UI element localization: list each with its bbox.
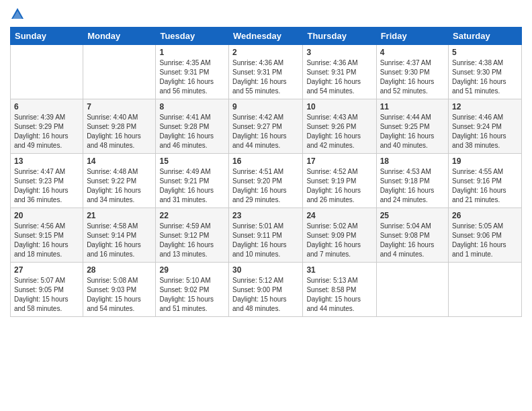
logo-icon: [10, 7, 25, 21]
day-number: 20: [14, 211, 79, 220]
day-info: Sunrise: 5:01 AM Sunset: 9:11 PM Dayligh…: [232, 222, 299, 259]
calendar-header-sunday: Sunday: [11, 28, 83, 45]
day-info: Sunrise: 4:52 AM Sunset: 9:19 PM Dayligh…: [306, 167, 372, 205]
calendar-week-3: 13Sunrise: 4:47 AM Sunset: 9:23 PM Dayli…: [11, 154, 522, 208]
day-number: 3: [306, 48, 372, 57]
page: SundayMondayTuesdayWednesdayThursdayFrid…: [0, 0, 532, 324]
calendar-cell: 28Sunrise: 5:08 AM Sunset: 9:03 PM Dayli…: [83, 263, 156, 317]
calendar-cell: 26Sunrise: 5:05 AM Sunset: 9:06 PM Dayli…: [449, 208, 522, 263]
day-info: Sunrise: 4:41 AM Sunset: 9:28 PM Dayligh…: [159, 113, 225, 150]
calendar-header-row: SundayMondayTuesdayWednesdayThursdayFrid…: [11, 28, 522, 45]
day-number: 13: [14, 156, 79, 166]
calendar-cell: 27Sunrise: 5:07 AM Sunset: 9:05 PM Dayli…: [11, 263, 83, 317]
day-number: 4: [380, 48, 445, 57]
calendar-cell: [376, 263, 448, 317]
day-info: Sunrise: 4:49 AM Sunset: 9:21 PM Dayligh…: [159, 167, 225, 205]
day-number: 31: [306, 265, 372, 275]
day-info: Sunrise: 4:59 AM Sunset: 9:12 PM Dayligh…: [159, 222, 225, 259]
day-number: 9: [232, 102, 299, 111]
calendar-cell: 7Sunrise: 4:40 AM Sunset: 9:28 PM Daylig…: [83, 99, 156, 154]
calendar-cell: 11Sunrise: 4:44 AM Sunset: 9:25 PM Dayli…: [376, 99, 448, 154]
day-number: 17: [306, 156, 372, 166]
day-info: Sunrise: 4:43 AM Sunset: 9:26 PM Dayligh…: [306, 113, 372, 150]
day-info: Sunrise: 4:44 AM Sunset: 9:25 PM Dayligh…: [380, 113, 445, 150]
calendar-cell: 8Sunrise: 4:41 AM Sunset: 9:28 PM Daylig…: [156, 99, 229, 154]
calendar-cell: 22Sunrise: 4:59 AM Sunset: 9:12 PM Dayli…: [156, 208, 229, 263]
calendar-week-4: 20Sunrise: 4:56 AM Sunset: 9:15 PM Dayli…: [11, 208, 522, 263]
calendar-header-friday: Friday: [376, 28, 448, 45]
calendar-header-tuesday: Tuesday: [156, 28, 229, 45]
day-number: 14: [87, 156, 152, 166]
day-info: Sunrise: 4:36 AM Sunset: 9:31 PM Dayligh…: [306, 58, 372, 96]
day-number: 2: [232, 48, 299, 57]
day-number: 26: [452, 211, 518, 220]
day-number: 21: [87, 211, 152, 220]
calendar-cell: [83, 45, 156, 99]
calendar-week-5: 27Sunrise: 5:07 AM Sunset: 9:05 PM Dayli…: [11, 263, 522, 317]
day-info: Sunrise: 5:05 AM Sunset: 9:06 PM Dayligh…: [452, 222, 518, 259]
calendar-cell: 31Sunrise: 5:13 AM Sunset: 8:58 PM Dayli…: [303, 263, 376, 317]
day-number: 27: [14, 265, 79, 275]
day-info: Sunrise: 4:46 AM Sunset: 9:24 PM Dayligh…: [452, 113, 518, 150]
calendar-week-1: 1Sunrise: 4:35 AM Sunset: 9:31 PM Daylig…: [11, 45, 522, 99]
calendar-cell: 24Sunrise: 5:02 AM Sunset: 9:09 PM Dayli…: [303, 208, 376, 263]
day-info: Sunrise: 4:51 AM Sunset: 9:20 PM Dayligh…: [232, 167, 299, 205]
day-info: Sunrise: 5:12 AM Sunset: 9:00 PM Dayligh…: [232, 276, 299, 314]
day-number: 15: [159, 156, 225, 166]
day-number: 18: [380, 156, 445, 166]
day-info: Sunrise: 5:04 AM Sunset: 9:08 PM Dayligh…: [380, 222, 445, 259]
day-info: Sunrise: 4:58 AM Sunset: 9:14 PM Dayligh…: [87, 222, 152, 259]
day-info: Sunrise: 4:55 AM Sunset: 9:16 PM Dayligh…: [452, 167, 518, 205]
calendar-cell: 21Sunrise: 4:58 AM Sunset: 9:14 PM Dayli…: [83, 208, 156, 263]
calendar-cell: [11, 45, 83, 99]
calendar-week-2: 6Sunrise: 4:39 AM Sunset: 9:29 PM Daylig…: [11, 99, 522, 154]
calendar-cell: 18Sunrise: 4:53 AM Sunset: 9:18 PM Dayli…: [376, 154, 448, 208]
day-number: 12: [452, 102, 518, 111]
calendar-cell: 30Sunrise: 5:12 AM Sunset: 9:00 PM Dayli…: [229, 263, 303, 317]
calendar-cell: 23Sunrise: 5:01 AM Sunset: 9:11 PM Dayli…: [229, 208, 303, 263]
day-info: Sunrise: 5:10 AM Sunset: 9:02 PM Dayligh…: [159, 276, 225, 314]
calendar-table: SundayMondayTuesdayWednesdayThursdayFrid…: [10, 27, 522, 317]
calendar-cell: 17Sunrise: 4:52 AM Sunset: 9:19 PM Dayli…: [303, 154, 376, 208]
day-info: Sunrise: 4:35 AM Sunset: 9:31 PM Dayligh…: [159, 58, 225, 96]
day-number: 8: [159, 102, 225, 111]
calendar-header-monday: Monday: [83, 28, 156, 45]
calendar-cell: 4Sunrise: 4:37 AM Sunset: 9:30 PM Daylig…: [376, 45, 448, 99]
calendar-cell: 2Sunrise: 4:36 AM Sunset: 9:31 PM Daylig…: [229, 45, 303, 99]
day-number: 23: [232, 211, 299, 220]
day-info: Sunrise: 4:56 AM Sunset: 9:15 PM Dayligh…: [14, 222, 79, 259]
day-number: 1: [159, 48, 225, 57]
header: [10, 7, 522, 21]
day-number: 11: [380, 102, 445, 111]
logo: [10, 7, 28, 21]
calendar-header-wednesday: Wednesday: [229, 28, 303, 45]
day-info: Sunrise: 4:48 AM Sunset: 9:22 PM Dayligh…: [87, 167, 152, 205]
calendar-cell: 12Sunrise: 4:46 AM Sunset: 9:24 PM Dayli…: [449, 99, 522, 154]
calendar-header-saturday: Saturday: [449, 28, 522, 45]
calendar-cell: 19Sunrise: 4:55 AM Sunset: 9:16 PM Dayli…: [449, 154, 522, 208]
calendar-cell: [449, 263, 522, 317]
day-info: Sunrise: 4:42 AM Sunset: 9:27 PM Dayligh…: [232, 113, 299, 150]
day-number: 6: [14, 102, 79, 111]
day-info: Sunrise: 5:13 AM Sunset: 8:58 PM Dayligh…: [306, 276, 372, 314]
calendar-cell: 14Sunrise: 4:48 AM Sunset: 9:22 PM Dayli…: [83, 154, 156, 208]
day-number: 16: [232, 156, 299, 166]
calendar-cell: 3Sunrise: 4:36 AM Sunset: 9:31 PM Daylig…: [303, 45, 376, 99]
day-number: 7: [87, 102, 152, 111]
day-info: Sunrise: 4:38 AM Sunset: 9:30 PM Dayligh…: [452, 58, 518, 96]
day-info: Sunrise: 4:36 AM Sunset: 9:31 PM Dayligh…: [232, 58, 299, 96]
calendar-cell: 15Sunrise: 4:49 AM Sunset: 9:21 PM Dayli…: [156, 154, 229, 208]
day-number: 22: [159, 211, 225, 220]
calendar-cell: 5Sunrise: 4:38 AM Sunset: 9:30 PM Daylig…: [449, 45, 522, 99]
day-info: Sunrise: 5:08 AM Sunset: 9:03 PM Dayligh…: [87, 276, 152, 314]
day-number: 25: [380, 211, 445, 220]
day-info: Sunrise: 4:40 AM Sunset: 9:28 PM Dayligh…: [87, 113, 152, 150]
calendar-cell: 29Sunrise: 5:10 AM Sunset: 9:02 PM Dayli…: [156, 263, 229, 317]
calendar-cell: 6Sunrise: 4:39 AM Sunset: 9:29 PM Daylig…: [11, 99, 83, 154]
calendar-cell: 20Sunrise: 4:56 AM Sunset: 9:15 PM Dayli…: [11, 208, 83, 263]
calendar-cell: 10Sunrise: 4:43 AM Sunset: 9:26 PM Dayli…: [303, 99, 376, 154]
calendar-cell: 9Sunrise: 4:42 AM Sunset: 9:27 PM Daylig…: [229, 99, 303, 154]
day-number: 29: [159, 265, 225, 275]
day-number: 24: [306, 211, 372, 220]
day-info: Sunrise: 4:47 AM Sunset: 9:23 PM Dayligh…: [14, 167, 79, 205]
